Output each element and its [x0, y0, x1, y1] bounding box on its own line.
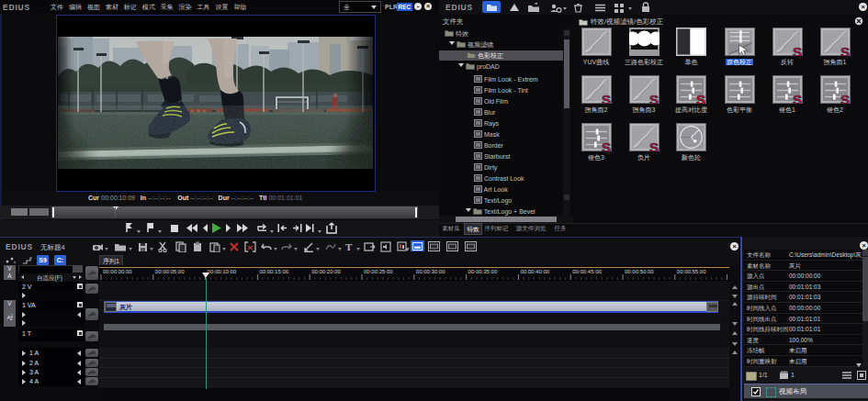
- svg-text:S: S: [793, 44, 802, 57]
- svg-text:S: S: [696, 92, 705, 105]
- svg-text:S: S: [602, 139, 611, 152]
- svg-text:S: S: [840, 92, 850, 105]
- svg-text:S: S: [793, 92, 802, 105]
- svg-text:S: S: [649, 139, 659, 152]
- svg-text:S: S: [602, 92, 611, 105]
- svg-text:S: S: [649, 92, 659, 105]
- svg-text:S: S: [840, 44, 850, 57]
